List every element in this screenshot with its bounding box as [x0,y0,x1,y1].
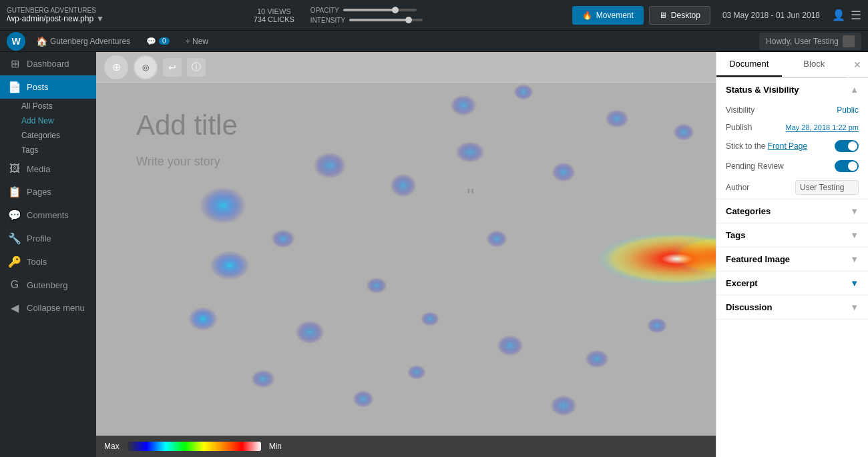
excerpt-header[interactable]: Excerpt ▼ [716,272,868,295]
movement-button[interactable]: 🔥 Movement [572,6,644,25]
url-display: /wp-admin/post-new.php ▼ [7,14,104,23]
opacity-slider-row[interactable]: OPACITY [310,7,423,14]
right-panel: Document Block ✕ Status & Visibility ▲ V… [716,52,868,457]
main-layout: ⊞ Dashboard 📄 Posts All Posts Add New Ca… [0,52,868,457]
section-discussion: Discussion ▼ [716,296,868,320]
svg-point-19 [550,395,577,416]
intensity-track[interactable] [349,19,423,21]
admin-bar-home[interactable]: 🏠 Gutenberg Adventures [31,36,136,47]
admin-bar-comments[interactable]: 💬 0 [141,37,175,46]
site-info: GUTENBERG ADVENTURES /wp-admin/post-new.… [7,7,104,23]
stick-toggle[interactable] [835,140,859,152]
panel-header: Document Block ✕ [716,52,868,78]
publish-value[interactable]: May 28, 2018 1:22 pm [786,123,859,132]
tags-header[interactable]: Tags ▼ [716,223,868,247]
svg-point-16 [647,318,667,334]
sidebar-item-collapse[interactable]: ◀ Collapse menu [0,296,96,320]
wp-logo[interactable]: W [7,32,25,51]
svg-point-20 [353,390,374,408]
media-icon: 🖼 [8,163,21,175]
svg-point-21 [251,370,275,388]
author-row: Author User Testing [716,176,868,199]
profile-icon: 🔧 [8,232,21,245]
front-page-link[interactable]: Front Page [768,141,807,151]
content-area: ⊕ ◎ ↩ ⓘ Add title Write your story " Max… [96,52,716,457]
sidebar-item-comments[interactable]: 💬 Comments [0,203,96,227]
sidebar: ⊞ Dashboard 📄 Posts All Posts Add New Ca… [0,52,96,457]
admin-bar-right: Howdy, User Testing [759,33,861,50]
svg-point-25 [673,123,694,141]
max-label: Max [104,442,120,451]
status-toggle-icon: ▲ [850,85,859,95]
sidebar-sub-tags[interactable]: Tags [0,143,96,157]
desktop-icon: 🖥 [659,11,667,20]
discussion-header[interactable]: Discussion ▼ [716,296,868,319]
sidebar-item-profile[interactable]: 🔧 Profile [0,227,96,250]
status-header[interactable]: Status & Visibility ▲ [716,78,868,101]
dashboard-icon: ⊞ [8,57,21,70]
opacity-track[interactable] [343,9,417,11]
stats-center: 10 VIEWS 734 CLICKS OPACITY INTENSITY [254,7,423,24]
flame-icon: 🔥 [582,11,592,20]
svg-point-9 [552,162,576,182]
views-clicks: 10 VIEWS 734 CLICKS [254,7,294,23]
top-bar-right: 🔥 Movement 🖥 Desktop 03 May 2018 - 01 Ju… [572,6,861,25]
sidebar-item-media[interactable]: 🖼 Media [0,157,96,180]
pending-toggle[interactable] [835,160,859,172]
pending-row: Pending Review [716,156,868,176]
svg-point-7 [390,173,417,197]
bottom-legend: Max Min [96,436,716,457]
panel-close-button[interactable]: ✕ [847,53,868,77]
section-excerpt: Excerpt ▼ [716,272,868,296]
svg-point-17 [486,230,507,248]
svg-point-12 [295,320,324,344]
svg-point-26 [513,84,533,100]
sidebar-item-dashboard[interactable]: ⊞ Dashboard [0,52,96,75]
intensity-thumb[interactable] [405,17,412,23]
tab-document[interactable]: Document [716,52,782,77]
sidebar-item-posts[interactable]: 📄 Posts [0,75,96,99]
svg-point-8 [455,141,485,163]
sidebar-sub-add-new[interactable]: Add New [0,113,96,128]
author-select[interactable]: User Testing [795,180,859,195]
sidebar-sub-all-posts[interactable]: All Posts [0,99,96,113]
sidebar-item-tools[interactable]: 🔑 Tools [0,250,96,274]
svg-point-23 [450,95,477,116]
howdy-menu[interactable]: Howdy, User Testing [759,33,861,50]
opacity-thumb[interactable] [392,7,399,13]
section-categories: Categories ▼ [716,199,868,223]
publish-row: Publish May 28, 2018 1:22 pm [716,119,868,136]
featured-image-header[interactable]: Featured Image ▼ [716,248,868,271]
intensity-fill [349,19,408,21]
sidebar-sub-categories[interactable]: Categories [0,128,96,143]
svg-point-18 [407,365,426,380]
admin-bar-new[interactable]: + New [180,37,214,46]
excerpt-toggle-icon: ▼ [850,278,859,288]
sidebar-item-gutenberg[interactable]: G Gutenberg [0,274,96,296]
featured-image-toggle-icon: ▼ [850,254,859,264]
section-status: Status & Visibility ▲ Visibility Public … [716,78,868,199]
sliders: OPACITY INTENSITY [310,7,423,24]
intensity-slider-row[interactable]: INTENSITY [310,17,423,24]
visibility-value[interactable]: Public [837,105,859,115]
menu-icon[interactable]: ☰ [851,8,861,23]
svg-point-15 [585,350,609,368]
svg-point-10 [271,230,295,248]
panel-tabs: Document Block [716,52,847,77]
opacity-fill [343,9,395,11]
top-bar-icons: 👤 ☰ [832,8,861,23]
svg-point-5 [210,251,250,280]
section-tags: Tags ▼ [716,223,868,248]
desktop-button[interactable]: 🖥 Desktop [649,6,710,25]
min-label: Min [269,442,282,451]
svg-point-24 [605,109,629,128]
tags-toggle-icon: ▼ [850,230,859,240]
sidebar-item-pages[interactable]: 📋 Pages [0,180,96,203]
categories-header[interactable]: Categories ▼ [716,199,868,223]
collapse-icon: ◀ [8,302,21,314]
svg-point-11 [366,278,387,294]
discussion-toggle-icon: ▼ [850,302,859,312]
stick-row: Stick to the Front Page [716,136,868,156]
tab-block[interactable]: Block [782,52,847,77]
svg-point-4 [200,187,246,224]
